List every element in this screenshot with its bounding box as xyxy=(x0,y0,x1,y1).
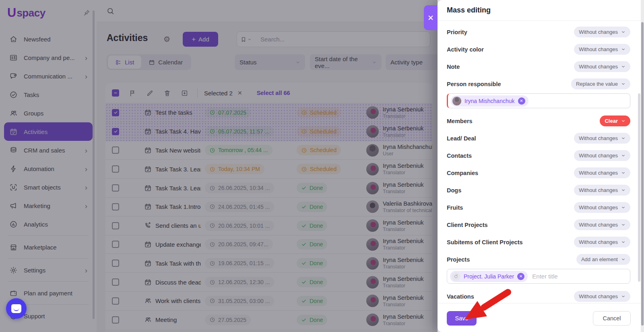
person-responsible-input[interactable]: Iryna Mishchanchuk ✕ xyxy=(447,93,630,108)
chevron-down-icon xyxy=(621,30,625,34)
field-action-dropdown[interactable]: Without changes xyxy=(574,185,630,196)
field-action-dropdown[interactable]: Without changes xyxy=(574,202,630,213)
mass-edit-field: Subitems of Client Projects Without chan… xyxy=(447,233,630,251)
field-action-dropdown[interactable]: Without changes xyxy=(574,44,630,55)
field-action-dropdown[interactable]: Without changes xyxy=(574,133,630,144)
remove-chip-button[interactable]: ✕ xyxy=(517,273,524,280)
field-label: Subitems of Client Projects xyxy=(447,239,523,245)
mass-editing-drawer: ✕ Mass editing Priority Without changes … xyxy=(438,0,644,332)
field-action-dropdown[interactable]: Add an element xyxy=(576,254,630,265)
chip-name: Iryna Mishchanchuk xyxy=(464,98,515,104)
chevron-down-icon xyxy=(621,47,625,52)
field-label: Client Projects xyxy=(447,222,488,228)
field-label: Vacations xyxy=(447,293,474,300)
fields-top: Priority Without changes Activity color … xyxy=(447,23,630,93)
field-action-dropdown[interactable]: Without changes xyxy=(574,61,630,72)
remove-chip-button[interactable]: ✕ xyxy=(518,97,525,105)
scrollbar-thumb[interactable] xyxy=(641,22,644,326)
mass-edit-field: Priority Without changes xyxy=(447,23,630,41)
enter-title-placeholder[interactable]: Enter title xyxy=(532,273,557,280)
chevron-down-icon xyxy=(621,240,625,244)
chevron-down-icon xyxy=(621,136,625,140)
field-action-dropdown[interactable]: Without changes xyxy=(574,219,630,230)
field-action-dropdown[interactable]: Without changes xyxy=(574,150,630,161)
field-label: Contacts xyxy=(447,153,472,159)
field-label: Lead/ Deal xyxy=(447,135,476,142)
mass-edit-field-vacations: Vacations Without changes xyxy=(447,288,630,303)
field-label: Activity color xyxy=(447,46,484,53)
field-label: Fruits xyxy=(447,204,463,211)
page-scrollbar[interactable] xyxy=(641,0,644,332)
mass-edit-field: Client Projects Without changes xyxy=(447,216,630,233)
field-label: Projects xyxy=(447,256,470,263)
field-action-dropdown[interactable]: Replace the value xyxy=(571,78,630,89)
chevron-down-icon xyxy=(621,294,625,299)
field-label: Note xyxy=(447,64,460,70)
drawer-footer: Save Cancel xyxy=(438,303,644,332)
chevron-down-icon xyxy=(621,188,625,192)
chevron-down-icon xyxy=(621,223,625,227)
mass-edit-field: Members Clear xyxy=(447,112,630,130)
mass-edit-field: Note Without changes xyxy=(447,58,630,75)
mass-edit-field: Fruits Without changes xyxy=(447,199,630,216)
projects-input[interactable]: Project. Julia Parker ✕ Enter title xyxy=(447,269,630,284)
field-action-dropdown[interactable]: Without changes xyxy=(574,167,630,178)
avatar xyxy=(452,97,461,105)
chevron-down-icon xyxy=(621,153,625,158)
close-icon: ✕ xyxy=(427,14,434,22)
drawer-body: Priority Without changes Activity color … xyxy=(438,21,644,303)
mass-edit-field: Contacts Without changes xyxy=(447,147,630,164)
field-label: Companies xyxy=(447,170,478,176)
field-action-dropdown[interactable]: Without changes xyxy=(574,27,630,37)
save-button[interactable]: Save xyxy=(447,311,477,326)
drawer-scrollbar[interactable] xyxy=(638,93,640,282)
field-label: Person responsible xyxy=(447,81,501,87)
drawer-title: Mass editing xyxy=(447,6,491,14)
field-label: Priority xyxy=(447,29,467,35)
mass-edit-field: Dogs Without changes xyxy=(447,181,630,199)
chat-icon xyxy=(11,304,21,313)
chevron-down-icon xyxy=(621,119,625,123)
person-chip: Iryna Mishchanchuk ✕ xyxy=(451,95,528,107)
field-action-dropdown[interactable]: Clear xyxy=(600,115,630,126)
mass-edit-field: Lead/ Deal Without changes xyxy=(447,130,630,147)
drawer-header: Mass editing xyxy=(438,0,644,21)
mass-edit-field: Activity color Without changes xyxy=(447,41,630,58)
chevron-down-icon xyxy=(621,64,625,69)
mass-edit-field: Projects Add an element xyxy=(447,251,630,268)
chevron-down-icon xyxy=(621,257,625,262)
project-chip: Project. Julia Parker ✕ xyxy=(450,271,528,282)
cancel-button[interactable]: Cancel xyxy=(593,311,631,326)
mass-edit-field: Companies Without changes xyxy=(447,164,630,181)
fields-mid: Members Clear Lead/ Deal Without changes xyxy=(447,112,630,268)
support-chat-button[interactable] xyxy=(6,298,27,319)
chevron-down-icon xyxy=(621,171,625,175)
field-action-dropdown[interactable]: Without changes xyxy=(574,237,630,247)
project-avatar-icon xyxy=(452,272,460,281)
field-action-dropdown[interactable]: Without changes xyxy=(574,291,630,302)
chevron-down-icon xyxy=(621,82,625,86)
field-label: Members xyxy=(447,118,473,124)
modal-backdrop[interactable] xyxy=(0,0,438,332)
chip-name: Project. Julia Parker xyxy=(464,273,514,280)
chevron-down-icon xyxy=(621,205,625,210)
close-drawer-button[interactable]: ✕ xyxy=(424,5,438,30)
mass-edit-field: Person responsible Replace the value xyxy=(447,75,630,93)
field-label: Dogs xyxy=(447,187,461,194)
